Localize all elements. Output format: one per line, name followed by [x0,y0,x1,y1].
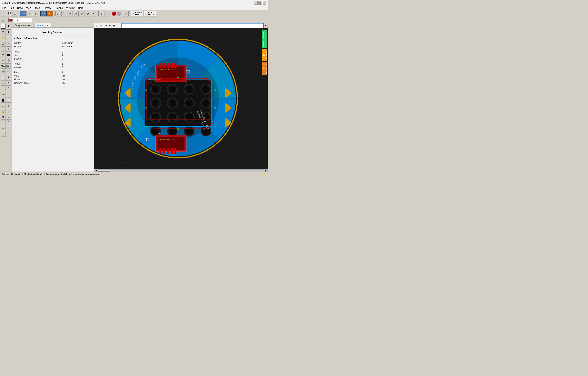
zoom-area-button[interactable]: ⊕ [73,11,79,16]
hole-tool-btn[interactable]: ○ [6,103,11,108]
route-tool-btn[interactable]: ⚡ [0,46,5,52]
polygon-fill-btn[interactable]: ⬡ [6,58,11,63]
zoom-in-area-button[interactable]: ⊖ [67,11,73,16]
sep5 [111,11,111,16]
r2-tool-btn[interactable]: R210k [0,63,6,69]
circle3-tool-btn[interactable]: ○ [0,126,5,131]
help-button[interactable]: ? [123,11,128,16]
fusion360-badge[interactable]: F FUSION 360 [262,49,267,61]
fusion-team-badge[interactable]: F FUSION TEAM [262,62,267,75]
scroll-left-btn[interactable]: ◀ [94,169,98,172]
draw-tool-btn[interactable]: ✏ [0,52,5,57]
layer-select[interactable]: 1 Top ▼ [9,18,32,22]
menu-library[interactable]: Library [42,6,53,10]
title-bar: 1 Board - C:\Users\jlauer\Documents\EAGL… [0,0,268,6]
via-tool-btn[interactable]: ⦿ [0,103,5,108]
layer-name: 1 Top [13,19,19,21]
design-link-button[interactable]: 🔗 DESIGNLINK [131,11,143,16]
h-scroll-track[interactable] [98,169,264,171]
svg-point-28 [185,85,193,93]
undo-button[interactable]: ◁ [98,11,104,16]
pcb-svg[interactable]: J1 + 1 1X4(RIGHT|ANGLE-SMD 1 J9 J8 J7 J6 [94,28,262,169]
arc3-tool-btn[interactable]: ⌒ [6,120,11,125]
menu-view[interactable]: View [25,6,33,10]
move-tool-btn[interactable]: ✛ [6,29,11,34]
rect3-tool-btn[interactable]: □ [6,126,11,131]
minimize-button[interactable]: ─ [254,1,257,5]
connect-tool-btn[interactable]: ⛓ [6,109,11,114]
command-input[interactable] [121,23,264,28]
arc-tool-btn[interactable]: ⌒ [6,86,11,91]
text-tool-btn[interactable]: A [0,92,5,97]
delete-tool-btn[interactable]: ✂ [6,41,11,46]
tab-inspector[interactable]: Inspector [35,23,51,27]
expand-tool-btn[interactable]: ⇅ [0,115,5,120]
signal-tool-btn[interactable]: ⊡ [6,81,11,86]
menu-edit[interactable]: Edit [8,6,15,10]
add-tool-btn[interactable]: ➕ [0,69,5,74]
look-tool-btn[interactable]: 👁 [0,29,5,34]
menu-window[interactable]: Window [65,6,76,10]
wire-tool-btn[interactable]: / [0,86,5,91]
select-button[interactable]: ↖ [1,11,6,16]
line-tool-btn[interactable]: — [0,120,5,125]
svg-rect-13 [163,63,165,68]
manufacturing-badge[interactable]: MANUFACTURING [262,30,267,48]
rect-fill-btn[interactable]: ▬ [0,58,5,63]
schematic-button[interactable]: SCH [20,11,26,16]
menu-draw[interactable]: Draw [16,6,24,10]
measure-tool-btn[interactable]: 📏 [0,35,5,40]
r2b-tool-btn[interactable]: R210k [6,63,11,69]
command-dropdown-btn[interactable]: ▼ [264,23,268,28]
script-button[interactable]: SCR [40,11,47,16]
holes-label: Holes: [13,78,61,81]
dimension-tool-btn[interactable]: ↔ [6,92,11,97]
circle-fill-btn[interactable]: ⬤ [6,52,11,57]
redraw-button[interactable]: ⟳ [85,11,90,16]
optimize-tool-btn[interactable]: ∿ [0,81,5,86]
drc-error-indicator[interactable] [112,11,116,16]
change-tool-btn[interactable]: ⚙ [6,75,11,80]
smash-tool-btn[interactable]: 💎 [6,69,11,74]
collapse-arrow[interactable]: ▼ [13,37,15,40]
redo-button[interactable]: ▷ [104,11,110,16]
group-tool-btn[interactable]: ⬜ [0,75,5,80]
lock-tool-btn[interactable]: 🔒 [0,109,5,114]
pad-tool-btn[interactable]: ⬤ [0,97,5,103]
ulp-button[interactable]: ULP [47,11,53,16]
info-tool-btn[interactable]: ℹ [6,24,11,29]
maximize-button[interactable]: □ [258,1,262,5]
status-message: Ratsnest: Nothing to do! Left-click & dr… [1,173,100,175]
drc-ok-indicator[interactable] [117,11,121,16]
save-button[interactable]: 💾 [7,11,12,16]
smd-tool-btn[interactable]: ⬜ [6,97,11,103]
zoom-full-button[interactable]: 🔎 [55,11,61,16]
route2-tool-btn[interactable]: ⌇ [6,46,11,52]
zoom-out-button[interactable]: 🔍 [61,11,67,16]
more-tool-btn[interactable]: ⋮ [0,132,6,137]
svg-point-62 [214,125,216,127]
grid-button[interactable]: ⊞ [27,11,32,16]
menu-options[interactable]: Options [53,6,64,10]
select-tool-btn[interactable]: ↖ [0,24,5,29]
collapse-tool-btn[interactable]: ↕ [6,115,11,120]
pcb-quote-button[interactable]: 📊 PCBQUOTE [144,11,156,16]
layers-button[interactable]: ▤ [33,11,38,16]
coordinate-display: 10 mil (-294 1428) [94,23,121,28]
print-button[interactable]: 🖨 [12,11,18,16]
copy-tool-btn[interactable]: ⿴ [0,41,5,46]
scroll-right-btn[interactable]: ▶ [264,169,268,172]
menu-help[interactable]: Help [77,6,85,10]
zoom-fit-button[interactable]: ⊕ [79,11,85,16]
holes-value: 16 [61,78,92,81]
tab-design-manager[interactable]: Design Manager [12,23,35,27]
h-scrollbar[interactable]: ◀ ▶ [94,169,268,172]
menu-tools[interactable]: Tools [33,6,42,10]
mirror-tool-btn[interactable]: ↔ [6,35,11,40]
h-scroll-thumb[interactable] [98,170,110,172]
stop-button[interactable]: ✕ [91,11,96,16]
close-button[interactable]: ✕ [263,1,266,5]
svg-point-24 [152,85,159,93]
menu-file[interactable]: File [1,6,8,10]
pcb-canvas-area[interactable]: J1 + 1 1X4(RIGHT|ANGLE-SMD 1 J9 J8 J7 J6 [94,28,262,169]
